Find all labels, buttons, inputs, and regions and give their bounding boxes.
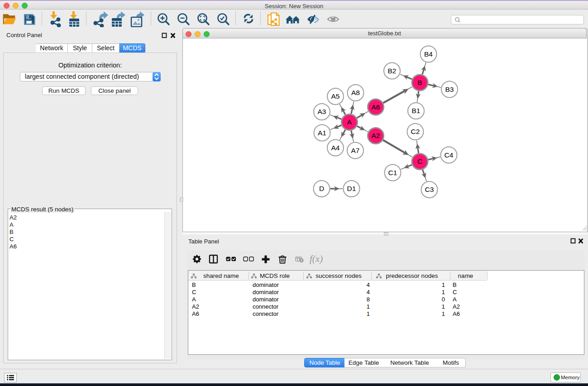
- svg-text:B: B: [417, 79, 422, 86]
- svg-text:C3: C3: [425, 186, 434, 193]
- svg-text:A1: A1: [318, 129, 326, 137]
- svg-text:B4: B4: [424, 50, 433, 58]
- svg-text:A8: A8: [351, 89, 360, 96]
- svg-text:A3: A3: [318, 108, 326, 115]
- svg-text:C4: C4: [445, 151, 454, 159]
- svg-text:B2: B2: [388, 67, 397, 75]
- svg-text:A6: A6: [372, 103, 380, 111]
- svg-text:D1: D1: [347, 185, 356, 192]
- svg-text:A4: A4: [331, 144, 340, 152]
- svg-text:B1: B1: [412, 107, 421, 114]
- svg-text:C1: C1: [388, 169, 397, 176]
- svg-text:B3: B3: [445, 86, 454, 93]
- svg-text:A2: A2: [372, 132, 380, 139]
- svg-text:A5: A5: [331, 92, 340, 100]
- svg-text:C: C: [417, 157, 422, 165]
- svg-text:D: D: [319, 185, 324, 192]
- svg-text:C2: C2: [411, 128, 420, 135]
- svg-text:A: A: [347, 118, 352, 126]
- svg-text:A7: A7: [351, 147, 360, 154]
